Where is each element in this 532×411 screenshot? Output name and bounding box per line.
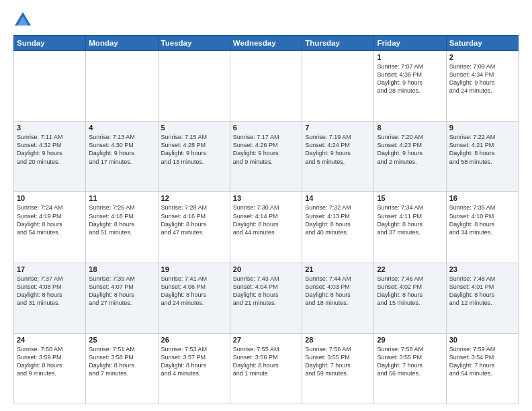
day-number: 29 — [377, 336, 443, 344]
calendar-cell: 6Sunrise: 7:17 AM Sunset: 4:26 PM Daylig… — [230, 122, 302, 192]
day-number: 30 — [449, 336, 515, 344]
logo — [13, 11, 35, 30]
calendar-cell: 14Sunrise: 7:32 AM Sunset: 4:13 PM Dayli… — [302, 192, 374, 263]
day-info: Sunrise: 7:17 AM Sunset: 4:26 PM Dayligh… — [233, 133, 299, 166]
calendar-cell: 17Sunrise: 7:37 AM Sunset: 4:08 PM Dayli… — [14, 263, 86, 333]
day-number: 19 — [161, 265, 227, 273]
day-number: 1 — [377, 53, 443, 61]
day-info: Sunrise: 7:55 AM Sunset: 3:56 PM Dayligh… — [233, 345, 299, 378]
calendar-header-tuesday: Tuesday — [158, 36, 230, 51]
day-number: 12 — [161, 194, 227, 202]
day-number: 2 — [449, 53, 515, 61]
calendar-cell: 11Sunrise: 7:26 AM Sunset: 4:18 PM Dayli… — [86, 192, 158, 263]
day-number: 18 — [89, 265, 154, 273]
calendar-cell: 29Sunrise: 7:58 AM Sunset: 3:55 PM Dayli… — [374, 333, 446, 404]
header — [13, 11, 519, 30]
day-info: Sunrise: 7:37 AM Sunset: 4:08 PM Dayligh… — [17, 275, 83, 308]
calendar-cell — [230, 51, 302, 122]
calendar-cell: 24Sunrise: 7:50 AM Sunset: 3:59 PM Dayli… — [14, 333, 86, 404]
day-number: 25 — [89, 336, 154, 344]
calendar-cell: 16Sunrise: 7:35 AM Sunset: 4:10 PM Dayli… — [446, 192, 518, 263]
calendar-table: SundayMondayTuesdayWednesdayThursdayFrid… — [13, 35, 519, 404]
day-number: 23 — [449, 265, 515, 273]
calendar-week-2: 10Sunrise: 7:24 AM Sunset: 4:19 PM Dayli… — [14, 192, 519, 263]
logo-icon — [13, 11, 32, 30]
calendar-cell: 19Sunrise: 7:41 AM Sunset: 4:06 PM Dayli… — [158, 263, 230, 333]
calendar-header-monday: Monday — [86, 36, 158, 51]
calendar-cell: 20Sunrise: 7:43 AM Sunset: 4:04 PM Dayli… — [230, 263, 302, 333]
day-number: 7 — [305, 124, 371, 132]
calendar-header-wednesday: Wednesday — [230, 36, 302, 51]
calendar-week-3: 17Sunrise: 7:37 AM Sunset: 4:08 PM Dayli… — [14, 263, 519, 333]
calendar-cell: 12Sunrise: 7:28 AM Sunset: 4:16 PM Dayli… — [158, 192, 230, 263]
day-info: Sunrise: 7:43 AM Sunset: 4:04 PM Dayligh… — [233, 275, 299, 308]
day-info: Sunrise: 7:07 AM Sunset: 4:36 PM Dayligh… — [377, 62, 443, 95]
day-number: 3 — [17, 124, 83, 132]
day-info: Sunrise: 7:48 AM Sunset: 4:01 PM Dayligh… — [449, 275, 515, 308]
day-info: Sunrise: 7:50 AM Sunset: 3:59 PM Dayligh… — [17, 345, 83, 378]
day-number: 4 — [89, 124, 154, 132]
day-info: Sunrise: 7:11 AM Sunset: 4:32 PM Dayligh… — [17, 133, 83, 166]
day-number: 10 — [17, 194, 83, 202]
day-info: Sunrise: 7:44 AM Sunset: 4:03 PM Dayligh… — [305, 275, 371, 308]
calendar-cell: 3Sunrise: 7:11 AM Sunset: 4:32 PM Daylig… — [14, 122, 86, 192]
day-info: Sunrise: 7:22 AM Sunset: 4:21 PM Dayligh… — [449, 133, 515, 166]
day-info: Sunrise: 7:30 AM Sunset: 4:14 PM Dayligh… — [233, 203, 299, 236]
day-info: Sunrise: 7:59 AM Sunset: 3:54 PM Dayligh… — [449, 345, 515, 378]
calendar-cell: 5Sunrise: 7:15 AM Sunset: 4:28 PM Daylig… — [158, 122, 230, 192]
calendar-cell — [86, 51, 158, 122]
day-info: Sunrise: 7:28 AM Sunset: 4:16 PM Dayligh… — [161, 203, 227, 236]
calendar-cell: 2Sunrise: 7:09 AM Sunset: 4:34 PM Daylig… — [446, 51, 518, 122]
day-info: Sunrise: 7:09 AM Sunset: 4:34 PM Dayligh… — [449, 62, 515, 95]
calendar-cell: 25Sunrise: 7:51 AM Sunset: 3:58 PM Dayli… — [86, 333, 158, 404]
calendar-week-0: 1Sunrise: 7:07 AM Sunset: 4:36 PM Daylig… — [14, 51, 519, 122]
day-info: Sunrise: 7:56 AM Sunset: 3:55 PM Dayligh… — [305, 345, 371, 378]
calendar-header-friday: Friday — [374, 36, 446, 51]
calendar-week-1: 3Sunrise: 7:11 AM Sunset: 4:32 PM Daylig… — [14, 122, 519, 192]
day-number: 8 — [377, 124, 443, 132]
day-number: 5 — [161, 124, 227, 132]
day-info: Sunrise: 7:58 AM Sunset: 3:55 PM Dayligh… — [377, 345, 443, 378]
calendar-cell: 22Sunrise: 7:46 AM Sunset: 4:02 PM Dayli… — [374, 263, 446, 333]
day-info: Sunrise: 7:32 AM Sunset: 4:13 PM Dayligh… — [305, 203, 371, 236]
calendar-cell: 13Sunrise: 7:30 AM Sunset: 4:14 PM Dayli… — [230, 192, 302, 263]
day-info: Sunrise: 7:51 AM Sunset: 3:58 PM Dayligh… — [89, 345, 154, 378]
calendar-cell — [14, 51, 86, 122]
day-number: 6 — [233, 124, 299, 132]
calendar-cell: 7Sunrise: 7:19 AM Sunset: 4:24 PM Daylig… — [302, 122, 374, 192]
calendar-header-row: SundayMondayTuesdayWednesdayThursdayFrid… — [14, 36, 519, 51]
day-info: Sunrise: 7:13 AM Sunset: 4:30 PM Dayligh… — [89, 133, 154, 166]
day-info: Sunrise: 7:19 AM Sunset: 4:24 PM Dayligh… — [305, 133, 371, 166]
calendar-cell: 1Sunrise: 7:07 AM Sunset: 4:36 PM Daylig… — [374, 51, 446, 122]
calendar-cell: 26Sunrise: 7:53 AM Sunset: 3:57 PM Dayli… — [158, 333, 230, 404]
day-number: 21 — [305, 265, 371, 273]
day-number: 17 — [17, 265, 83, 273]
calendar-cell: 21Sunrise: 7:44 AM Sunset: 4:03 PM Dayli… — [302, 263, 374, 333]
day-info: Sunrise: 7:24 AM Sunset: 4:19 PM Dayligh… — [17, 203, 83, 236]
day-info: Sunrise: 7:35 AM Sunset: 4:10 PM Dayligh… — [449, 203, 515, 236]
day-info: Sunrise: 7:15 AM Sunset: 4:28 PM Dayligh… — [161, 133, 227, 166]
calendar-week-4: 24Sunrise: 7:50 AM Sunset: 3:59 PM Dayli… — [14, 333, 519, 404]
day-number: 24 — [17, 336, 83, 344]
day-number: 27 — [233, 336, 299, 344]
day-info: Sunrise: 7:20 AM Sunset: 4:23 PM Dayligh… — [377, 133, 443, 166]
page: SundayMondayTuesdayWednesdayThursdayFrid… — [0, 0, 532, 411]
calendar-cell: 23Sunrise: 7:48 AM Sunset: 4:01 PM Dayli… — [446, 263, 518, 333]
calendar-cell — [302, 51, 374, 122]
calendar-cell: 30Sunrise: 7:59 AM Sunset: 3:54 PM Dayli… — [446, 333, 518, 404]
calendar-cell: 27Sunrise: 7:55 AM Sunset: 3:56 PM Dayli… — [230, 333, 302, 404]
day-number: 14 — [305, 194, 371, 202]
day-info: Sunrise: 7:53 AM Sunset: 3:57 PM Dayligh… — [161, 345, 227, 378]
day-number: 28 — [305, 336, 371, 344]
calendar-header-thursday: Thursday — [302, 36, 374, 51]
day-number: 20 — [233, 265, 299, 273]
day-number: 22 — [377, 265, 443, 273]
calendar-cell: 28Sunrise: 7:56 AM Sunset: 3:55 PM Dayli… — [302, 333, 374, 404]
day-info: Sunrise: 7:41 AM Sunset: 4:06 PM Dayligh… — [161, 275, 227, 308]
day-info: Sunrise: 7:26 AM Sunset: 4:18 PM Dayligh… — [89, 203, 154, 236]
calendar-cell: 15Sunrise: 7:34 AM Sunset: 4:11 PM Dayli… — [374, 192, 446, 263]
day-number: 13 — [233, 194, 299, 202]
day-number: 9 — [449, 124, 515, 132]
day-info: Sunrise: 7:39 AM Sunset: 4:07 PM Dayligh… — [89, 275, 154, 308]
calendar-cell: 4Sunrise: 7:13 AM Sunset: 4:30 PM Daylig… — [86, 122, 158, 192]
